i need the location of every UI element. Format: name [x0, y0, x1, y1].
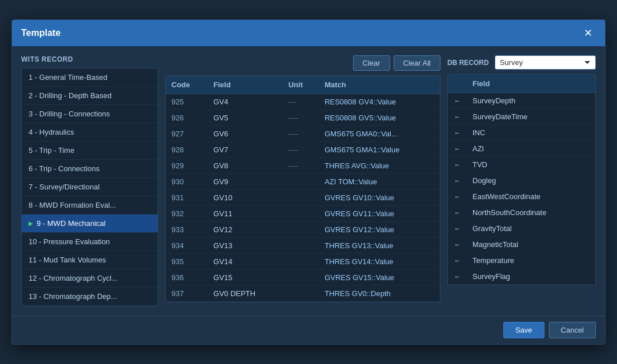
cell-match: THRES GV0::Depth	[319, 286, 440, 302]
cell-code: 929	[166, 158, 208, 174]
cell-match: GVRES GV10::Value	[319, 190, 440, 206]
cell-code: 933	[166, 222, 208, 238]
table-row[interactable]: 931 GV10 GVRES GV10::Value	[166, 190, 440, 206]
db-header: Db Record SurveyDrillingTripMWD	[447, 55, 596, 70]
list-item[interactable]: ← GravityTotal	[448, 221, 595, 237]
cell-unit: ----	[283, 158, 319, 174]
list-item[interactable]: ← TVD	[448, 157, 595, 173]
clear-all-button[interactable]: Clear All	[394, 55, 440, 71]
arrow-icon[interactable]: ←	[448, 93, 467, 109]
wits-item-item-6[interactable]: 6 - Trip - Connections	[22, 160, 158, 178]
wits-item-item-11[interactable]: 11 - Mud Tank Volumes	[22, 251, 158, 269]
field-name: EastWestCoordinate	[467, 189, 595, 205]
col-header-field-name: Field	[467, 75, 595, 93]
cell-code: 934	[166, 238, 208, 254]
table-row[interactable]: 933 GV12 GVRES GV12::Value	[166, 222, 440, 238]
wits-item-item-5[interactable]: 5 - Trip - Time	[22, 141, 158, 160]
save-button[interactable]: Save	[503, 322, 544, 338]
table-row[interactable]: 926 GV5 ---- RES0808 GV5::Value	[166, 110, 440, 126]
arrow-icon[interactable]: ←	[448, 237, 467, 253]
arrow-icon[interactable]: ←	[448, 125, 467, 141]
arrow-icon[interactable]: ←	[448, 205, 467, 221]
table-row[interactable]: 935 GV14 THRES GV14::Value	[166, 254, 440, 270]
wits-item-item-13[interactable]: 13 - Chromatograph Dep...	[22, 288, 158, 306]
code-table: Code Field Unit Match 925 GV4 --- RES080…	[166, 76, 440, 302]
arrow-icon[interactable]: ←	[448, 173, 467, 189]
arrow-icon[interactable]: ←	[448, 157, 467, 173]
cell-code: 937	[166, 286, 208, 302]
cell-field: GV13	[208, 238, 283, 254]
table-row[interactable]: 930 GV9 AZI TOM::Value	[166, 174, 440, 190]
cell-code: 930	[166, 174, 208, 190]
wits-item-item-2[interactable]: 2 - Drilling - Depth Based	[22, 87, 158, 105]
wits-item-item-10[interactable]: 10 - Pressure Evaluation	[22, 233, 158, 251]
wits-item-item-4[interactable]: 4 - Hydraulics	[22, 123, 158, 141]
cell-field: GV5	[208, 110, 283, 126]
cell-field: GV6	[208, 126, 283, 142]
field-name: TVD	[467, 157, 595, 173]
modal-body: Wits Record 1 - General Time-Based2 - Dr…	[12, 46, 605, 316]
list-item[interactable]: ← SurveyDepth	[448, 93, 595, 109]
cell-code: 936	[166, 270, 208, 286]
cell-code: 928	[166, 142, 208, 158]
arrow-icon[interactable]: ←	[448, 221, 467, 237]
cell-field: GV14	[208, 254, 283, 270]
cell-field: GV11	[208, 206, 283, 222]
cell-unit	[283, 190, 319, 206]
table-row[interactable]: 928 GV7 ---- GMS675 GMA1::Value	[166, 142, 440, 158]
table-row[interactable]: 936 GV15 GVRES GV15::Value	[166, 270, 440, 286]
cell-unit	[283, 254, 319, 270]
list-item[interactable]: ← EastWestCoordinate	[448, 189, 595, 205]
wits-item-item-1[interactable]: 1 - General Time-Based	[22, 68, 158, 87]
wits-label: Wits Record	[21, 55, 158, 63]
cell-field: GV4	[208, 94, 283, 110]
arrow-icon[interactable]: ←	[448, 109, 467, 125]
wits-item-item-3[interactable]: 3 - Drilling - Connections	[22, 105, 158, 123]
table-row[interactable]: 932 GV11 GVRES GV11::Value	[166, 206, 440, 222]
cell-match: GMS675 GMA0::Val...	[319, 126, 440, 142]
cell-match: GVRES GV12::Value	[319, 222, 440, 238]
clear-button[interactable]: Clear	[353, 55, 390, 71]
cancel-button[interactable]: Cancel	[549, 322, 596, 338]
list-item[interactable]: ← NorthSouthCoordinate	[448, 205, 595, 221]
table-row[interactable]: 937 GV0 DEPTH THRES GV0::Depth	[166, 286, 440, 302]
list-item[interactable]: ← Temperature	[448, 253, 595, 269]
code-table-scroll[interactable]: Code Field Unit Match 925 GV4 --- RES080…	[166, 76, 440, 302]
cell-unit	[283, 270, 319, 286]
list-item[interactable]: ← SurveyDateTime	[448, 109, 595, 125]
table-row[interactable]: 925 GV4 --- RES0808 GV4::Value	[166, 94, 440, 110]
list-item[interactable]: ← INC	[448, 125, 595, 141]
arrow-icon[interactable]: ←	[448, 269, 467, 285]
list-item[interactable]: ← AZI	[448, 141, 595, 157]
list-item[interactable]: ← MagneticTotal	[448, 237, 595, 253]
cell-match: THRES GV13::Value	[319, 238, 440, 254]
code-table-container: Code Field Unit Match 925 GV4 --- RES080…	[165, 75, 440, 302]
modal-footer: Save Cancel	[12, 316, 605, 344]
arrow-icon[interactable]: ←	[448, 141, 467, 157]
db-record-select[interactable]: SurveyDrillingTripMWD	[495, 55, 596, 70]
wits-item-item-12[interactable]: 12 - Chromatograph Cycl...	[22, 269, 158, 288]
cell-unit	[283, 238, 319, 254]
table-row[interactable]: 927 GV6 ---- GMS675 GMA0::Val...	[166, 126, 440, 142]
list-item[interactable]: ← Dogleg	[448, 173, 595, 189]
arrow-icon[interactable]: ←	[448, 253, 467, 269]
modal-title: Template	[21, 28, 61, 38]
arrow-icon[interactable]: ←	[448, 189, 467, 205]
cell-match: RES0808 GV4::Value	[319, 94, 440, 110]
col-header-match: Match	[319, 76, 440, 94]
cell-match: GMS675 GMA1::Value	[319, 142, 440, 158]
code-panel: Clear Clear All Code Field Unit Match	[165, 55, 440, 306]
field-name: AZI	[467, 141, 595, 157]
template-modal: Template ✕ Wits Record 1 - General Time-…	[11, 19, 606, 345]
close-button[interactable]: ✕	[580, 26, 596, 41]
wits-item-item-9[interactable]: 9 - MWD Mechanical	[22, 215, 158, 233]
field-table: Field ← SurveyDepth ← SurveyDateTime ← I…	[448, 75, 595, 285]
table-row[interactable]: 929 GV8 ---- THRES AVG::Value	[166, 158, 440, 174]
wits-item-item-7[interactable]: 7 - Survey/Directional	[22, 178, 158, 196]
cell-match: GVRES GV15::Value	[319, 270, 440, 286]
table-row[interactable]: 934 GV13 THRES GV13::Value	[166, 238, 440, 254]
list-item[interactable]: ← SurveyFlag	[448, 269, 595, 285]
field-name: SurveyDepth	[467, 93, 595, 109]
cell-code: 935	[166, 254, 208, 270]
wits-item-item-8[interactable]: 8 - MWD Formation Eval...	[22, 196, 158, 215]
